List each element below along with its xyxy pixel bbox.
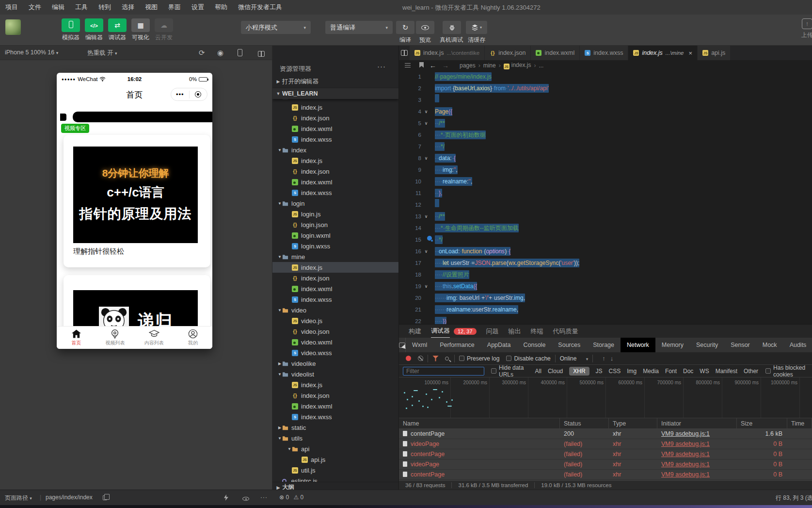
network-request-row[interactable]: contentPage200xhrVM9 asdebug.js:11.6 kB <box>399 429 812 439</box>
mode-dropdown[interactable]: 小程序模式▾ <box>241 21 311 34</box>
panel-tab-调试器[interactable]: 调试器 <box>431 325 450 338</box>
devtools-tab-Storage[interactable]: Storage <box>587 338 621 352</box>
filter-pill-XHR[interactable]: XHR <box>569 367 589 376</box>
tree-file-video.wxss[interactable]: Svideo.wxss <box>272 347 398 358</box>
tree-folder-login[interactable]: ▼login <box>272 198 398 209</box>
capsule-menu[interactable]: ••• <box>171 88 207 101</box>
menu-item-设置[interactable]: 设置 <box>186 3 209 12</box>
preserve-log-checkbox[interactable] <box>459 356 464 361</box>
editor-tab-api.js[interactable]: JSapi.js <box>698 46 731 60</box>
menu-item-帮助[interactable]: 帮助 <box>209 3 233 12</box>
tree-file-index.wxml[interactable]: index.wxml <box>272 123 398 134</box>
tree-file-index.js[interactable]: JSindex.js <box>272 262 398 273</box>
tree-folder-static[interactable]: ▶static <box>272 422 398 433</box>
import-har-icon[interactable]: ↑ <box>602 355 605 362</box>
search-icon[interactable] <box>445 357 449 361</box>
project-root[interactable]: ▼ WEI_LEARN <box>272 88 398 99</box>
column-header-Status[interactable]: Status <box>560 418 609 428</box>
tree-folder-utils[interactable]: ▼utils <box>272 433 398 443</box>
filter-pill-Img[interactable]: Img <box>627 368 637 375</box>
avatar[interactable] <box>5 19 21 35</box>
tree-file-index.json[interactable]: {}index.json <box>272 390 398 401</box>
tree-file-index.wxss[interactable]: Sindex.wxss <box>272 294 398 305</box>
tabbar-item-视频列表[interactable]: 视频列表 <box>96 327 134 349</box>
tree-folder-videolist[interactable]: ▼videolist <box>272 369 398 379</box>
panel-tab-输出[interactable]: 输出 <box>509 325 521 338</box>
refresh-icon[interactable]: ⟳ <box>199 49 205 57</box>
tree-file-login.wxml[interactable]: login.wxml <box>272 230 398 241</box>
compile-mode-dropdown[interactable]: 普通编译▾ <box>325 21 393 34</box>
column-header-Type[interactable]: Type <box>609 418 657 428</box>
eye-icon[interactable] <box>242 495 249 502</box>
menu-item-视图[interactable]: 视图 <box>140 3 163 12</box>
devtools-tab-Security[interactable]: Security <box>690 338 724 352</box>
fold-icon[interactable]: ∨ <box>421 280 431 292</box>
devtools-tab-Console[interactable]: Console <box>517 338 552 352</box>
filter-pill-Media[interactable]: Media <box>643 368 659 375</box>
filter-pill-Manifest[interactable]: Manifest <box>716 368 737 375</box>
network-request-row[interactable]: contentPage(failed)xhrVM9 asdebug.js:10 … <box>399 470 812 480</box>
record-icon[interactable]: ◉ <box>217 49 223 57</box>
bookmark-icon[interactable] <box>419 62 424 69</box>
panel-tab-终端[interactable]: 终端 <box>531 325 543 338</box>
tree-file-video.wxml[interactable]: video.wxml <box>272 337 398 347</box>
devtools-tab-Memory[interactable]: Memory <box>655 338 690 352</box>
hot-reload-toggle[interactable]: 热重载 开 ▾ <box>87 49 117 57</box>
breadcrumb-item-mine[interactable]: mine <box>483 62 496 69</box>
breadcrumb-item-...[interactable]: ... <box>539 62 543 69</box>
editor-tab-index.json[interactable]: {}index.json <box>485 46 531 60</box>
menu-item-编辑[interactable]: 编辑 <box>47 3 70 12</box>
filter-pill-JS[interactable]: JS <box>596 368 603 375</box>
open-editors-section[interactable]: ▶ 打开的编辑器 <box>272 76 398 87</box>
split-view-icon[interactable] <box>258 50 265 58</box>
forward-icon[interactable]: → <box>442 62 449 69</box>
column-header-Name[interactable]: Name <box>399 418 560 428</box>
tree-file-index.js[interactable]: JSindex.js <box>272 102 398 113</box>
page-path-selector[interactable]: 页面路径 ▾ <box>5 494 32 502</box>
devtools-tab-AppData[interactable]: AppData <box>481 338 517 352</box>
filter-pill-WS[interactable]: WS <box>700 368 709 375</box>
toolbar-button-模拟器[interactable]: 模拟器 <box>60 18 82 42</box>
preview-button[interactable] <box>416 21 434 34</box>
record-button[interactable] <box>406 356 411 361</box>
tree-file-index.wxml[interactable]: index.wxml <box>272 401 398 411</box>
toolbar-button-调试器[interactable]: ⇄调试器 <box>106 18 128 42</box>
devtools-tab-Sensor[interactable]: Sensor <box>724 338 756 352</box>
video-thumbnail[interactable]: 8分钟让你理解 c++/c语言 指针的原理及用法 <box>73 147 198 243</box>
panel-tab-问题[interactable]: 问题 <box>486 325 499 338</box>
menu-item-文件[interactable]: 文件 <box>23 3 47 12</box>
tree-folder-videolike[interactable]: ▶videolike <box>272 358 398 369</box>
breadcrumb-item-index.js[interactable]: JSindex.js <box>504 62 531 70</box>
initiator-link[interactable]: VM9 asdebug.js:1 <box>661 441 710 447</box>
menu-item-工具[interactable]: 工具 <box>70 3 93 12</box>
filter-pill-Other[interactable]: Other <box>744 368 758 375</box>
fold-icon[interactable]: ∨ <box>421 152 431 164</box>
disable-cache-checkbox[interactable] <box>506 356 511 361</box>
swiper-banner[interactable] <box>73 112 212 122</box>
toolbar-button-云开发[interactable]: ☁云开发 <box>153 18 175 42</box>
tree-file-index.wxss[interactable]: Sindex.wxss <box>272 411 398 422</box>
tree-file-login.js[interactable]: JSlogin.js <box>272 209 398 219</box>
blocked-cookies-checkbox[interactable] <box>765 368 771 374</box>
panel-tab-构建[interactable]: 构建 <box>409 325 421 338</box>
devtools-tab-Performance[interactable]: Performance <box>433 338 481 352</box>
tree-file-index.json[interactable]: {}index.json <box>272 273 398 283</box>
filter-icon[interactable] <box>432 356 439 361</box>
problems-indicator[interactable]: ⊗ 0 ⚠ 0 <box>279 494 303 501</box>
clear-cache-button[interactable]: ▾ <box>466 21 487 34</box>
clear-icon[interactable] <box>418 356 423 361</box>
tree-file-util.js[interactable]: JSutil.js <box>272 465 398 475</box>
export-har-icon[interactable]: ↓ <box>610 355 614 362</box>
devtools-tab-Network[interactable]: Network <box>621 338 655 352</box>
filter-pill-Doc[interactable]: Doc <box>683 368 693 375</box>
zap-icon[interactable] <box>224 494 228 502</box>
hide-data-urls-checkbox[interactable] <box>491 368 496 374</box>
device-selector[interactable]: iPhone 5 100% 16 ▾ <box>5 49 58 56</box>
outline-section[interactable]: ▶ 大纲 <box>272 482 398 490</box>
tree-file-api.js[interactable]: JSapi.js <box>272 454 398 465</box>
panel-tab-代码质量[interactable]: 代码质量 <box>553 325 578 338</box>
tree-file-login.json[interactable]: {}login.json <box>272 219 398 230</box>
menu-item-转到[interactable]: 转到 <box>93 3 116 12</box>
fold-icon[interactable]: ∨ <box>421 246 431 257</box>
tree-file-index.js[interactable]: JSindex.js <box>272 379 398 390</box>
